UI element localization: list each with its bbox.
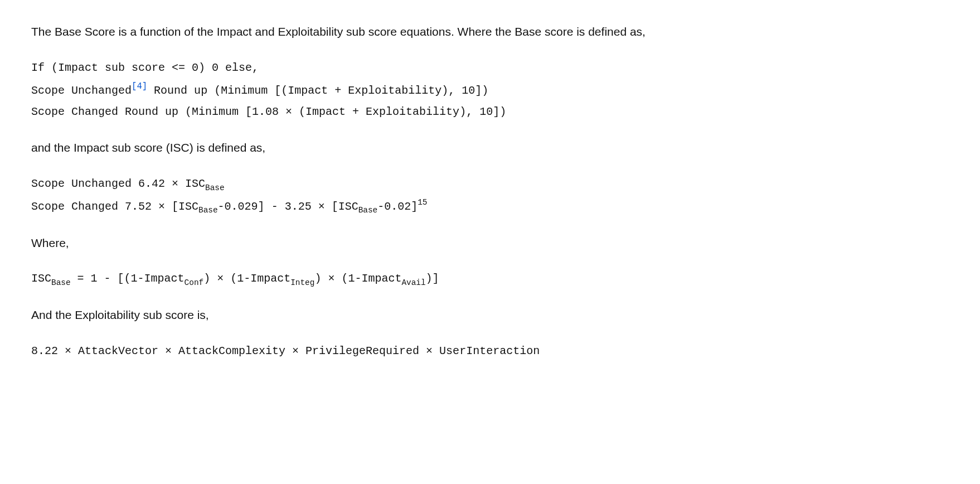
formula-isc-base: ISCBase = 1 - [(1-ImpactConf) × (1-Impac…: [31, 268, 949, 290]
formula3-e: )]: [426, 272, 439, 285]
subscript-avail: Avail: [401, 278, 425, 287]
where-paragraph: Where,: [31, 234, 949, 253]
isc-intro-paragraph: and the Impact sub score (ISC) is define…: [31, 138, 949, 157]
subscript-conf: Conf: [185, 278, 204, 287]
formula1-line3: Scope Changed Round up (Minimum [1.08 × …: [31, 105, 506, 118]
formula3-b: = 1 - [(1-Impact: [71, 272, 185, 285]
formula3-c: ) × (1-Impact: [203, 272, 290, 285]
subscript-base: Base: [51, 278, 71, 287]
formula2-line2-a: Scope Changed 7.52 × [ISC: [31, 200, 198, 213]
formula1-line2-post: Round up (Minimum [(Impact + Exploitabil…: [147, 84, 488, 96]
formula3-d: ) × (1-Impact: [314, 272, 401, 285]
subscript-base: Base: [198, 206, 218, 215]
formula2-line2-c: -0.02]: [377, 200, 418, 213]
formula3-a: ISC: [31, 272, 51, 285]
formula-base-score: If (Impact sub score <= 0) 0 else, Scope…: [31, 57, 949, 123]
formula1-line1: If (Impact sub score <= 0) 0 else,: [31, 61, 259, 74]
formula4-text: 8.22 × AttackVector × AttackComplexity ×…: [31, 345, 540, 357]
superscript-15: 15: [418, 198, 427, 207]
subscript-base: Base: [358, 206, 378, 215]
formula2-line2-b: -0.029] - 3.25 × [ISC: [218, 200, 358, 213]
exploitability-intro-paragraph: And the Exploitability sub score is,: [31, 306, 949, 325]
formula-exploitability: 8.22 × AttackVector × AttackComplexity ×…: [31, 340, 949, 362]
formula1-line2-pre: Scope Unchanged: [31, 84, 132, 96]
subscript-base: Base: [205, 183, 225, 192]
footnote-ref-4[interactable]: [4]: [132, 81, 147, 91]
subscript-integ: Integ: [290, 278, 314, 287]
formula-isc: Scope Unchanged 6.42 × ISCBase Scope Cha…: [31, 173, 949, 218]
intro-paragraph: The Base Score is a function of the Impa…: [31, 22, 949, 41]
formula2-line1-pre: Scope Unchanged 6.42 × ISC: [31, 177, 205, 190]
